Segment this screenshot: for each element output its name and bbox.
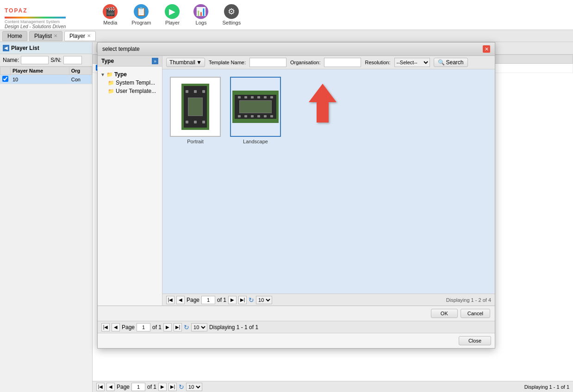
page-last-btn[interactable]: ▶| bbox=[168, 383, 177, 391]
inner-page-next[interactable]: ▶ bbox=[163, 323, 172, 331]
page-next-btn[interactable]: ▶ bbox=[158, 383, 167, 391]
nav-program[interactable]: 📋 Program bbox=[131, 4, 151, 25]
modal-per-page-select[interactable]: 10 20 bbox=[256, 296, 272, 304]
tree-arrow-root: ▼ bbox=[100, 72, 105, 77]
logo-subtitle: Content Management System bbox=[5, 19, 66, 24]
sidebar-table: Player Name Org 10 Con bbox=[0, 67, 92, 84]
select-template-modal: select template ✕ Type » ▼ 📁 Type 📁 Syst… bbox=[97, 42, 495, 349]
tree-root-label: Type bbox=[114, 71, 127, 78]
inner-refresh-btn[interactable]: ↻ bbox=[184, 324, 189, 331]
inner-displaying-info: Displaying 1 - 1 of 1 bbox=[209, 324, 258, 331]
thumbnail-btn[interactable]: Thumbnail ▼ bbox=[166, 58, 205, 67]
tree-system-label: System Templ... bbox=[116, 80, 155, 86]
modal-title-bar: select template ✕ bbox=[98, 43, 495, 56]
template-landscape[interactable]: Landscape bbox=[230, 77, 281, 144]
inner-modal-footer: Close bbox=[98, 333, 495, 348]
modal-page-of: of 1 bbox=[217, 297, 226, 303]
tree-user[interactable]: 📁 User Template... bbox=[100, 87, 159, 95]
inner-page-last[interactable]: ▶| bbox=[174, 323, 182, 331]
row-org: Con bbox=[69, 75, 92, 84]
arrow-svg bbox=[304, 81, 341, 128]
template-portrait[interactable]: Portrait bbox=[170, 77, 221, 144]
row-checkbox[interactable] bbox=[2, 76, 8, 82]
tab-playlist-close[interactable]: ✕ bbox=[54, 33, 57, 38]
page-input[interactable] bbox=[131, 383, 145, 391]
sidebar-row[interactable]: 10 Con bbox=[0, 75, 92, 84]
modal-refresh-btn[interactable]: ↻ bbox=[249, 296, 254, 304]
modal-footer: OK Cancel bbox=[98, 306, 495, 321]
tree-folder-user-icon: 📁 bbox=[108, 88, 114, 94]
tree-system[interactable]: 📁 System Templ... bbox=[100, 79, 159, 87]
logo-title: TOPAZ bbox=[5, 1, 66, 16]
tab-playlist[interactable]: Playlist ✕ bbox=[29, 31, 62, 41]
template-panel: Thumbnail ▼ Template Name: Organisation:… bbox=[162, 56, 495, 306]
inner-per-page-select[interactable]: 10 20 bbox=[191, 323, 207, 331]
sidebar-filter: Name: S/N: bbox=[0, 54, 92, 67]
template-grid: Portrait bbox=[162, 69, 495, 294]
ok-button[interactable]: OK bbox=[431, 309, 458, 318]
tab-player[interactable]: Player ✕ bbox=[64, 31, 96, 41]
refresh-btn[interactable]: ↻ bbox=[179, 383, 184, 391]
player-icon: ▶ bbox=[165, 4, 180, 19]
inner-page-prev[interactable]: ◀ bbox=[112, 323, 120, 331]
organisation-input[interactable] bbox=[324, 58, 361, 67]
portrait-holes-bottom bbox=[184, 121, 207, 123]
inner-page-first[interactable]: |◀ bbox=[101, 323, 110, 331]
sidebar: ◀ Player List Name: S/N: Player Name Org… bbox=[0, 42, 93, 392]
modal-page-last[interactable]: ▶| bbox=[238, 296, 247, 304]
modal-page-prev[interactable]: ◀ bbox=[176, 296, 185, 304]
organisation-label: Organisation: bbox=[290, 60, 320, 65]
modal-close-button[interactable]: ✕ bbox=[483, 45, 490, 53]
close-button[interactable]: Close bbox=[459, 336, 491, 345]
page-prev-btn[interactable]: ◀ bbox=[106, 383, 115, 391]
landscape-thumb[interactable] bbox=[230, 77, 281, 137]
sidebar-title: Player List bbox=[11, 45, 39, 51]
red-arrow-annotation bbox=[304, 81, 341, 149]
page-first-btn[interactable]: |◀ bbox=[96, 383, 105, 391]
modal-page-first[interactable]: |◀ bbox=[166, 296, 174, 304]
svg-marker-0 bbox=[309, 84, 336, 102]
sidebar-sn-input[interactable] bbox=[63, 56, 82, 64]
tree-content: ▼ 📁 Type 📁 System Templ... 📁 User Templa… bbox=[98, 67, 162, 306]
tree-root[interactable]: ▼ 📁 Type bbox=[100, 70, 159, 79]
landscape-holes-top bbox=[235, 96, 276, 98]
resolution-select[interactable]: --Select-- 1920x1080 1280x720 bbox=[394, 58, 430, 67]
inner-page-input[interactable] bbox=[137, 323, 150, 331]
portrait-film bbox=[181, 84, 209, 130]
tree-folder-system-icon: 📁 bbox=[108, 80, 114, 86]
portrait-frame bbox=[188, 98, 203, 116]
cancel-button[interactable]: Cancel bbox=[461, 309, 490, 318]
tab-home[interactable]: Home bbox=[2, 31, 27, 41]
modal-page-input[interactable] bbox=[201, 296, 215, 304]
tree-title: Type bbox=[101, 58, 114, 64]
col-player-name: Player Name bbox=[11, 67, 69, 75]
nav-player[interactable]: ▶ Player bbox=[165, 4, 180, 25]
tree-folder-root-icon: 📁 bbox=[106, 72, 113, 78]
tab-player-close[interactable]: ✕ bbox=[87, 33, 91, 38]
landscape-frame bbox=[239, 100, 272, 113]
tree-panel: Type » ▼ 📁 Type 📁 System Templ... 📁 User… bbox=[98, 56, 162, 306]
landscape-strip bbox=[235, 95, 276, 119]
portrait-thumb[interactable] bbox=[170, 77, 221, 137]
nav-media[interactable]: 🎬 Media bbox=[103, 4, 118, 25]
displaying-info: Displaying 1 - 1 of 1 bbox=[524, 384, 569, 390]
nav-settings[interactable]: ⚙ Settings bbox=[222, 4, 241, 25]
topbar: TOPAZ Content Management System Design L… bbox=[0, 0, 573, 30]
sidebar-name-input[interactable] bbox=[21, 56, 49, 64]
nav-logs[interactable]: 📊 Logs bbox=[193, 4, 208, 25]
modal-page-next[interactable]: ▶ bbox=[228, 296, 237, 304]
portrait-label: Portrait bbox=[187, 139, 203, 144]
search-label: Search bbox=[446, 59, 464, 66]
page-of: of 1 bbox=[147, 384, 156, 390]
template-name-input[interactable] bbox=[249, 58, 286, 67]
media-icon: 🎬 bbox=[103, 4, 118, 19]
col-checkbox bbox=[0, 67, 11, 75]
landscape-holes-bottom bbox=[235, 115, 276, 117]
svg-rect-1 bbox=[317, 102, 329, 122]
search-button[interactable]: 🔍 Search bbox=[434, 58, 468, 67]
modal-pagination: |◀ ◀ Page of 1 ▶ ▶| ↻ 10 20 Displaying 1… bbox=[162, 294, 495, 306]
inner-page-of: of 1 bbox=[152, 324, 162, 331]
sidebar-collapse-btn[interactable]: ◀ bbox=[3, 45, 9, 51]
tree-collapse-btn[interactable]: » bbox=[152, 58, 158, 64]
per-page-select[interactable]: 10 20 50 bbox=[186, 383, 202, 391]
